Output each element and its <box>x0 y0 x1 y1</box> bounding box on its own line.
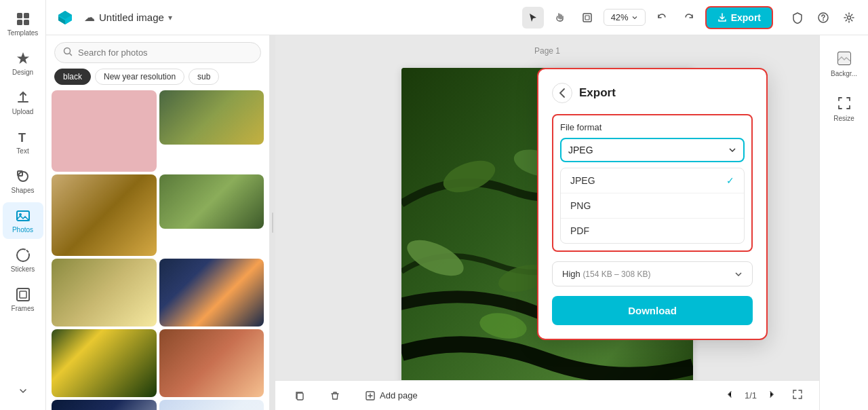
tags-row: black New year resolution sub <box>46 69 269 90</box>
settings-icon-button[interactable] <box>838 7 860 29</box>
svg-point-15 <box>64 48 71 54</box>
left-sidebar: Templates Design Upload T Text <box>0 0 46 410</box>
sidebar-item-frames[interactable]: Frames <box>3 281 43 318</box>
svg-rect-0 <box>17 13 22 18</box>
document-title: Untitled image <box>99 12 164 23</box>
main-content: ☁ Untitled image ▾ 42% <box>46 0 868 410</box>
list-item[interactable] <box>159 259 264 327</box>
export-button-label: Export <box>731 12 761 23</box>
photos-panel: black New year resolution sub <box>46 35 270 410</box>
delete-page-button[interactable] <box>321 386 349 405</box>
page-indicator: 1/1 <box>745 390 757 400</box>
list-item[interactable] <box>159 174 264 229</box>
document-title-area[interactable]: ☁ Untitled image ▾ <box>84 11 172 24</box>
redo-button[interactable] <box>678 7 700 29</box>
list-item[interactable] <box>52 90 157 172</box>
design-label: Design <box>12 69 33 76</box>
sidebar-item-design[interactable]: Design <box>3 45 43 81</box>
tag-sub[interactable]: sub <box>189 69 219 85</box>
add-page-button[interactable]: Add page <box>357 386 426 405</box>
file-format-section: File format JPEG JPEG ✓ <box>552 114 753 252</box>
header-icons <box>787 7 860 29</box>
duplicate-page-button[interactable] <box>286 386 313 405</box>
bottom-bar-wrapper: Add page 1/1 <box>275 380 819 410</box>
svg-text:T: T <box>18 131 26 145</box>
format-select-dropdown[interactable]: JPEG <box>560 138 745 162</box>
svg-rect-3 <box>24 20 29 25</box>
right-tool-background[interactable]: Backgr... <box>823 43 866 83</box>
tag-black[interactable]: black <box>54 69 91 85</box>
list-item[interactable] <box>52 174 157 256</box>
app-logo[interactable] <box>54 7 76 29</box>
format-option-png[interactable]: PNG <box>561 193 744 218</box>
zoom-control[interactable]: 42% <box>604 9 646 26</box>
design-icon <box>15 50 31 67</box>
sidebar-item-upload[interactable]: Upload <box>3 84 43 121</box>
hand-tool-button[interactable] <box>549 7 571 29</box>
tag-new-year[interactable]: New year resolution <box>95 69 184 85</box>
modal-title: Export <box>579 86 616 100</box>
search-icon <box>63 47 73 58</box>
stickers-label: Stickers <box>11 265 35 273</box>
background-icon <box>835 49 854 68</box>
sidebar-item-text[interactable]: T Text <box>3 124 43 160</box>
svg-rect-10 <box>20 291 26 298</box>
header-tools: 42% Export <box>522 6 773 29</box>
templates-icon <box>15 11 31 27</box>
sidebar-expand-button[interactable] <box>12 380 34 405</box>
frame-tool-button[interactable] <box>576 7 598 29</box>
right-tool-resize[interactable]: Resize <box>823 88 866 128</box>
shield-icon-button[interactable] <box>787 7 808 29</box>
list-item[interactable] <box>52 329 157 397</box>
photos-label: Photos <box>12 226 33 234</box>
quality-size-range: (154 KB – 308 KB) <box>583 269 650 279</box>
select-tool-button[interactable] <box>522 7 544 29</box>
resize-icon <box>835 94 854 113</box>
zoom-value: 42% <box>611 12 629 22</box>
list-item[interactable] <box>159 400 264 410</box>
format-option-pdf[interactable]: PDF <box>561 219 744 243</box>
help-icon-button[interactable] <box>812 7 834 29</box>
download-button[interactable]: Download <box>552 296 753 325</box>
photos-grid <box>46 90 269 410</box>
next-page-button[interactable] <box>762 388 781 403</box>
add-page-label: Add page <box>380 390 418 400</box>
sidebar-item-shapes[interactable]: Shapes <box>3 163 43 200</box>
file-format-label: File format <box>560 122 745 132</box>
modal-back-button[interactable] <box>552 83 572 103</box>
sidebar-item-templates[interactable]: Templates <box>3 5 43 42</box>
shapes-icon <box>15 168 31 185</box>
search-input[interactable] <box>78 48 252 58</box>
svg-rect-9 <box>17 288 29 301</box>
upload-icon <box>15 90 31 106</box>
resize-tool-label: Resize <box>833 115 854 122</box>
resize-handle[interactable] <box>270 35 275 410</box>
format-dropdown: JPEG ✓ PNG PDF <box>560 168 745 244</box>
fit-page-button[interactable] <box>787 386 808 405</box>
svg-rect-11 <box>583 14 591 22</box>
quality-select[interactable]: High (154 KB – 308 KB) <box>552 261 753 286</box>
list-item[interactable] <box>52 259 157 327</box>
format-option-jpeg[interactable]: JPEG ✓ <box>561 168 744 193</box>
sidebar-item-stickers[interactable]: Stickers <box>3 242 43 278</box>
list-item[interactable] <box>159 329 264 397</box>
list-item[interactable] <box>52 400 157 410</box>
svg-rect-25 <box>297 393 303 400</box>
modal-header: Export <box>552 83 753 103</box>
canvas-area: Page 1 <box>275 35 819 410</box>
pagination: 1/1 <box>720 386 808 405</box>
format-jpeg-label: JPEG <box>570 175 595 186</box>
undo-button[interactable] <box>651 7 673 29</box>
text-label: Text <box>16 147 28 155</box>
sidebar-item-photos[interactable]: Photos <box>3 202 43 239</box>
export-button[interactable]: Export <box>705 6 773 29</box>
search-bar[interactable] <box>54 42 261 63</box>
prev-page-button[interactable] <box>720 388 739 403</box>
format-pdf-label: PDF <box>570 225 589 236</box>
title-chevron-icon: ▾ <box>168 13 172 22</box>
background-tool-label: Backgr... <box>831 70 857 77</box>
svg-rect-12 <box>585 16 589 20</box>
download-button-label: Download <box>628 305 677 316</box>
list-item[interactable] <box>159 90 264 145</box>
editor-area: black New year resolution sub <box>46 35 868 410</box>
